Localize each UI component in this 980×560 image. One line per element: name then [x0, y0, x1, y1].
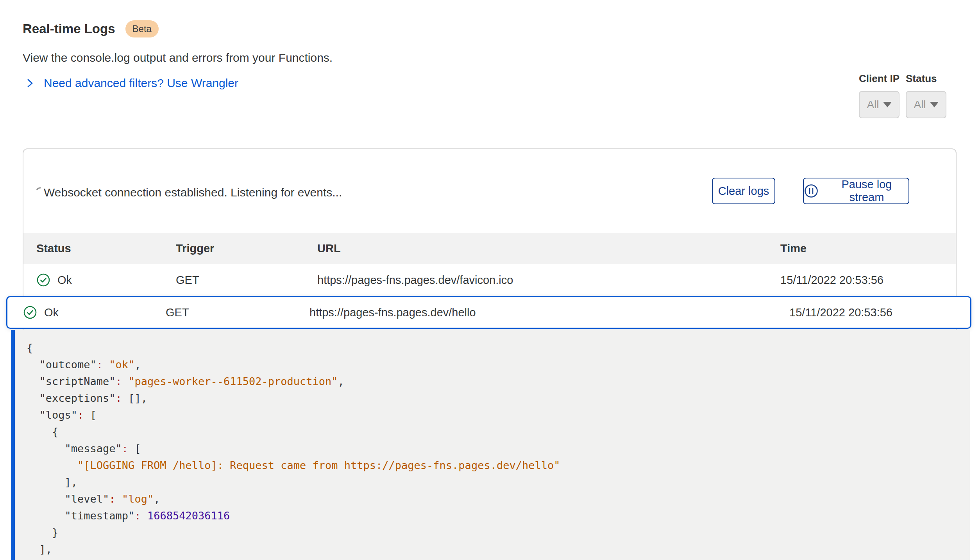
pause-log-stream-button-label: Pause log stream	[825, 178, 908, 204]
column-header-status: Status	[36, 242, 176, 255]
expanded-log-entry: Ok GET https://pages-fns.pages.dev/hello…	[6, 296, 971, 560]
client-ip-filter-value: All	[867, 98, 879, 111]
client-ip-filter-dropdown[interactable]: All	[859, 91, 900, 118]
beta-badge: Beta	[125, 20, 159, 37]
filters: Client IP All Status All	[859, 73, 946, 118]
time-cell: 15/11/2022 20:53:56	[780, 274, 956, 287]
chevron-right-icon	[25, 77, 35, 89]
trigger-cell: GET	[176, 274, 317, 287]
log-detail-json-panel: { "outcome": "ok", "scriptName": "pages-…	[11, 330, 970, 560]
time-cell: 15/11/2022 20:53:56	[789, 306, 970, 319]
log-detail-json: { "outcome": "ok", "scriptName": "pages-…	[27, 339, 970, 558]
url-cell: https://pages-fns.pages.dev/hello	[309, 306, 789, 319]
table-row[interactable]: Ok GET https://pages-fns.pages.dev/favic…	[23, 264, 956, 296]
websocket-status-message: Websocket connection established. Listen…	[44, 186, 342, 199]
status-filter-value: All	[914, 98, 926, 111]
check-circle-icon	[23, 305, 37, 319]
caret-down-icon	[930, 102, 939, 107]
advanced-filters-link[interactable]: Need advanced filters? Use Wrangler	[25, 77, 238, 90]
pause-icon	[804, 184, 819, 198]
column-header-trigger: Trigger	[176, 242, 317, 255]
page-subtitle: View the console.log output and errors f…	[23, 51, 333, 64]
caret-down-icon	[883, 102, 892, 107]
status-label: Ok	[57, 274, 72, 287]
client-ip-filter-label: Client IP	[859, 73, 900, 85]
clear-logs-button[interactable]: Clear logs	[712, 178, 775, 204]
status-cell: Ok	[23, 305, 166, 319]
clear-logs-button-label: Clear logs	[718, 185, 769, 198]
column-header-url: URL	[317, 242, 780, 255]
websocket-status-bar: Websocket connection established. Listen…	[23, 149, 956, 233]
client-ip-filter: Client IP All	[859, 73, 900, 118]
status-filter-dropdown[interactable]: All	[906, 91, 946, 118]
page-header: Real-time Logs Beta	[23, 20, 159, 37]
status-filter-label: Status	[906, 73, 946, 85]
table-header: Status Trigger URL Time	[23, 233, 956, 264]
page-title: Real-time Logs	[23, 21, 115, 36]
column-header-time: Time	[780, 242, 956, 255]
status-cell: Ok	[36, 273, 176, 287]
advanced-filters-link-label: Need advanced filters? Use Wrangler	[44, 77, 238, 90]
trigger-cell: GET	[166, 306, 309, 319]
status-filter: Status All	[906, 73, 946, 118]
status-label: Ok	[44, 306, 59, 319]
check-circle-icon	[36, 273, 50, 287]
url-cell: https://pages-fns.pages.dev/favicon.ico	[317, 274, 780, 287]
pause-log-stream-button[interactable]: Pause log stream	[803, 178, 909, 204]
table-row-selected[interactable]: Ok GET https://pages-fns.pages.dev/hello…	[6, 296, 971, 329]
